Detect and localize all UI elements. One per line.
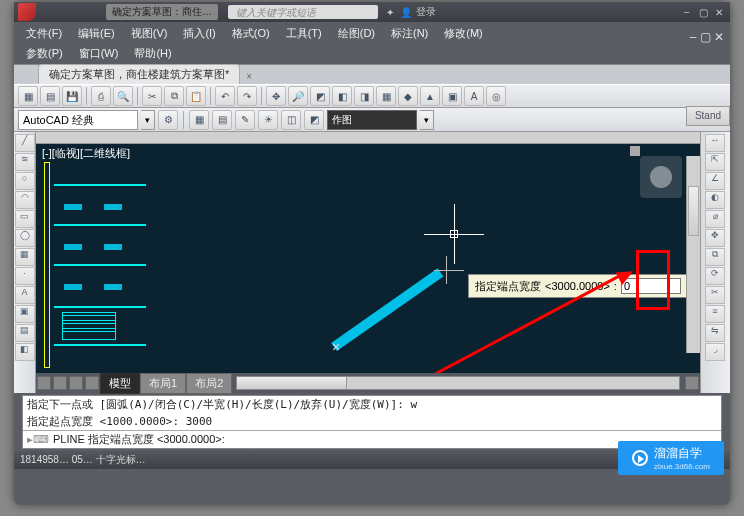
- menu-insert[interactable]: 插入(I): [177, 24, 221, 43]
- selector-row: AutoCAD 经典 ▾ ⚙ ▦ ▤ ✎ ☀ ◫ ◩ 作图 ▾: [14, 108, 730, 132]
- layer-icon[interactable]: ▦: [189, 110, 209, 130]
- watermark-text: 溜溜自学: [654, 446, 702, 460]
- layer-name-box[interactable]: 作图: [327, 110, 417, 130]
- tool-icon[interactable]: ◩: [310, 86, 330, 106]
- hatch-icon[interactable]: ▦: [15, 248, 35, 266]
- tool-icon[interactable]: ◆: [398, 86, 418, 106]
- ellipse-icon[interactable]: ◯: [15, 229, 35, 247]
- tab-first-icon[interactable]: [37, 376, 51, 390]
- dim-radius-icon[interactable]: ◐: [705, 191, 725, 209]
- scroll-right-icon[interactable]: [685, 376, 699, 390]
- main-toolbar: ▦ ▤ 💾 ⎙ 🔍 ✂ ⧉ 📋 ↶ ↷ ✥ 🔎 ◩ ◧ ◨ ▦ ◆ ▲ ▣ A …: [14, 84, 730, 108]
- menu-window[interactable]: 窗口(W): [73, 45, 125, 62]
- tab-close-icon[interactable]: ×: [244, 69, 254, 84]
- print-icon[interactable]: ⎙: [91, 86, 111, 106]
- maximize-icon[interactable]: ▢: [696, 7, 710, 18]
- tab-layout2[interactable]: 布局2: [186, 373, 232, 394]
- menu-view[interactable]: 视图(V): [125, 24, 174, 43]
- text-icon[interactable]: A: [15, 286, 35, 304]
- hscrollbar[interactable]: [236, 376, 680, 390]
- tool-icon[interactable]: ▲: [420, 86, 440, 106]
- command-window: 指定下一点或 [圆弧(A)/闭合(C)/半宽(H)/长度(L)/放弃(U)/宽度…: [22, 395, 722, 449]
- tool-icon[interactable]: ◎: [486, 86, 506, 106]
- cut-icon[interactable]: ✂: [142, 86, 162, 106]
- modify-copy-icon[interactable]: ⧉: [705, 248, 725, 266]
- region-icon[interactable]: ◧: [15, 343, 35, 361]
- dim-align-icon[interactable]: ⇱: [705, 153, 725, 171]
- rect-icon[interactable]: ▭: [15, 210, 35, 228]
- pan-icon[interactable]: ✥: [266, 86, 286, 106]
- canvas[interactable]: [-][临视][二维线框]: [36, 144, 700, 373]
- modify-fillet-icon[interactable]: ◞: [705, 343, 725, 361]
- menu-help[interactable]: 帮助(H): [128, 45, 177, 62]
- menu-param[interactable]: 参数(P): [20, 45, 69, 62]
- doc-close-icon[interactable]: – ▢ ✕: [690, 30, 724, 44]
- layer-icon[interactable]: ◩: [304, 110, 324, 130]
- menu-tool[interactable]: 工具(T): [280, 24, 328, 43]
- tab-prev-icon[interactable]: [53, 376, 67, 390]
- sun-icon[interactable]: ☀: [258, 110, 278, 130]
- menu-edit[interactable]: 编辑(E): [72, 24, 121, 43]
- tool-icon[interactable]: A: [464, 86, 484, 106]
- tab-layout1[interactable]: 布局1: [140, 373, 186, 394]
- tool-icon[interactable]: ◨: [354, 86, 374, 106]
- layer-dropdown-icon[interactable]: ▾: [420, 110, 434, 130]
- point-icon[interactable]: ·: [15, 267, 35, 285]
- cmd-input-row[interactable]: ▸⌨ PLINE 指定端点宽度 <3000.0000>:: [23, 430, 721, 448]
- menu-dim[interactable]: 标注(N): [385, 24, 434, 43]
- tab-last-icon[interactable]: [85, 376, 99, 390]
- view-label: [-][临视][二维线框]: [42, 146, 130, 161]
- menu-format[interactable]: 格式(O): [226, 24, 276, 43]
- modify-rotate-icon[interactable]: ⟳: [705, 267, 725, 285]
- viewcube-icon[interactable]: [640, 156, 682, 198]
- tool-icon[interactable]: ◧: [332, 86, 352, 106]
- tool-icon[interactable]: ▦: [376, 86, 396, 106]
- login-link[interactable]: 登录: [416, 5, 436, 19]
- search-input[interactable]: 键入关键字或短语: [228, 5, 378, 19]
- status-coords: 1814958… 05… 十字光标…: [20, 453, 146, 467]
- menu-file[interactable]: 文件(F): [20, 24, 68, 43]
- tab-next-icon[interactable]: [69, 376, 83, 390]
- home-icon[interactable]: [630, 146, 640, 156]
- redo-icon[interactable]: ↷: [237, 86, 257, 106]
- layer-prop-icon[interactable]: ✎: [235, 110, 255, 130]
- modify-mirror-icon[interactable]: ⇋: [705, 324, 725, 342]
- layer-icon[interactable]: ◫: [281, 110, 301, 130]
- ws-gear-icon[interactable]: ⚙: [158, 110, 178, 130]
- menu-modify[interactable]: 修改(M): [438, 24, 489, 43]
- tool-icon[interactable]: ▣: [442, 86, 462, 106]
- dim-linear-icon[interactable]: ↔: [705, 134, 725, 152]
- menu-draw[interactable]: 绘图(D): [332, 24, 381, 43]
- new-icon[interactable]: ▦: [18, 86, 38, 106]
- user-icon[interactable]: 👤: [400, 7, 412, 18]
- modify-trim-icon[interactable]: ✂: [705, 286, 725, 304]
- open-icon[interactable]: ▤: [40, 86, 60, 106]
- table-icon[interactable]: ▤: [15, 324, 35, 342]
- ruler-top: [36, 132, 700, 144]
- workspace-dropdown-icon[interactable]: ▾: [141, 110, 155, 130]
- scrollbar-vertical[interactable]: [686, 156, 700, 353]
- paste-icon[interactable]: 📋: [186, 86, 206, 106]
- zoom-icon[interactable]: 🔎: [288, 86, 308, 106]
- arc-icon[interactable]: ◠: [15, 191, 35, 209]
- copy-icon[interactable]: ⧉: [164, 86, 184, 106]
- app-logo-icon[interactable]: [18, 3, 36, 21]
- dim-dia-icon[interactable]: ⌀: [705, 210, 725, 228]
- modify-move-icon[interactable]: ✥: [705, 229, 725, 247]
- workspace-select[interactable]: AutoCAD 经典: [18, 110, 138, 130]
- close-icon[interactable]: ✕: [712, 7, 726, 18]
- line-icon[interactable]: ╱: [15, 134, 35, 152]
- play-icon: [632, 450, 648, 466]
- dim-angle-icon[interactable]: ∠: [705, 172, 725, 190]
- polyline-icon[interactable]: ≋: [15, 153, 35, 171]
- tab-model[interactable]: 模型: [100, 373, 140, 394]
- layer-icon[interactable]: ▤: [212, 110, 232, 130]
- modify-offset-icon[interactable]: ≡: [705, 305, 725, 323]
- minimize-icon[interactable]: −: [680, 7, 694, 18]
- save-icon[interactable]: 💾: [62, 86, 82, 106]
- tab-active[interactable]: 确定方案草图，商住楼建筑方案草图*: [38, 64, 240, 84]
- circle-icon[interactable]: ○: [15, 172, 35, 190]
- block-icon[interactable]: ▣: [15, 305, 35, 323]
- undo-icon[interactable]: ↶: [215, 86, 235, 106]
- preview-icon[interactable]: 🔍: [113, 86, 133, 106]
